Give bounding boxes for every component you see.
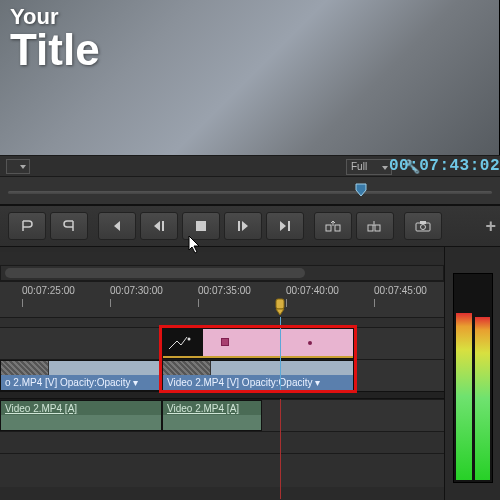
clip-label: Video 2.MP4 [A] bbox=[5, 403, 77, 414]
zoom-dropdown[interactable] bbox=[6, 159, 30, 174]
button-editor-icon[interactable]: + bbox=[485, 216, 496, 237]
video-clip[interactable]: Video 2.MP4 [V] Opacity:Opacity ▾ bbox=[162, 360, 354, 391]
svg-point-7 bbox=[421, 225, 426, 230]
go-to-in-button[interactable] bbox=[98, 212, 136, 240]
svg-rect-9 bbox=[276, 299, 284, 309]
transport-bar: + bbox=[0, 205, 500, 247]
video-clip[interactable]: o 2.MP4 [V] Opacity:Opacity ▾ bbox=[0, 360, 162, 391]
playhead-marker-icon[interactable] bbox=[273, 298, 287, 316]
svg-point-11 bbox=[188, 338, 191, 341]
mouse-cursor-icon bbox=[188, 235, 202, 255]
audio-clip[interactable]: Video 2.MP4 [A] bbox=[162, 400, 262, 431]
svg-rect-4 bbox=[368, 225, 373, 231]
monitor-scrub-bar[interactable] bbox=[0, 177, 500, 205]
program-timecode[interactable]: 00:07:43:02 bbox=[389, 157, 500, 175]
svg-rect-5 bbox=[375, 225, 380, 231]
timeline-scroll-thumb[interactable] bbox=[5, 268, 305, 278]
title-line2: Title bbox=[10, 30, 100, 70]
clip-thumbnail bbox=[163, 361, 211, 376]
program-monitor[interactable]: Your Title bbox=[0, 0, 500, 155]
scrub-playhead-icon[interactable] bbox=[355, 183, 365, 195]
mark-out-button[interactable] bbox=[50, 212, 88, 240]
keyframe-dot-icon[interactable] bbox=[308, 341, 312, 345]
timeline-scrollbar[interactable] bbox=[0, 265, 444, 281]
audio-clip[interactable]: Video 2.MP4 [A] bbox=[0, 400, 162, 431]
track-divider bbox=[0, 391, 444, 399]
video-track-v2[interactable] bbox=[0, 327, 444, 359]
video-track-v1[interactable]: o 2.MP4 [V] Opacity:Opacity ▾ Video 2.MP… bbox=[0, 359, 444, 391]
audio-track-a1[interactable]: Video 2.MP4 [A] Video 2.MP4 [A] bbox=[0, 399, 444, 431]
clip-thumbnail bbox=[1, 361, 49, 376]
clip-label: Video 2.MP4 [V] Opacity:Opacity ▾ bbox=[167, 377, 320, 388]
ruler-tick: 00:07:25:00 bbox=[22, 285, 75, 296]
extract-button[interactable] bbox=[356, 212, 394, 240]
audio-waveform bbox=[1, 415, 161, 430]
svg-marker-10 bbox=[276, 309, 284, 315]
resolution-dropdown[interactable]: Full bbox=[346, 159, 392, 175]
clip-thumbnail bbox=[163, 329, 203, 358]
audio-track-a2[interactable] bbox=[0, 431, 444, 453]
svg-marker-0 bbox=[356, 184, 366, 196]
clip-label: o 2.MP4 [V] Opacity:Opacity ▾ bbox=[5, 377, 138, 388]
audio-meters bbox=[453, 273, 493, 483]
meter-left bbox=[456, 276, 472, 480]
ruler-tick: 00:07:40:00 bbox=[286, 285, 339, 296]
audio-track-a3[interactable] bbox=[0, 453, 444, 487]
svg-rect-1 bbox=[196, 221, 206, 231]
ruler-tick: 00:07:35:00 bbox=[198, 285, 251, 296]
clip-rubberband[interactable] bbox=[163, 356, 353, 358]
svg-rect-2 bbox=[326, 225, 331, 231]
step-forward-button[interactable] bbox=[224, 212, 262, 240]
export-frame-button[interactable] bbox=[404, 212, 442, 240]
timeline-tracks: o 2.MP4 [V] Opacity:Opacity ▾ Video 2.MP… bbox=[0, 317, 444, 487]
title-preview: Your Title bbox=[10, 4, 100, 70]
svg-rect-8 bbox=[420, 221, 426, 224]
video-track-v3[interactable] bbox=[0, 317, 444, 327]
svg-rect-3 bbox=[335, 225, 340, 231]
meter-right bbox=[475, 276, 491, 480]
go-to-out-button[interactable] bbox=[266, 212, 304, 240]
clip-label: Video 2.MP4 [A] bbox=[167, 403, 239, 414]
timeline-ruler[interactable]: 00:07:25:00 00:07:30:00 00:07:35:00 00:0… bbox=[0, 281, 444, 317]
keyframe-icon[interactable] bbox=[221, 338, 229, 346]
title-clip[interactable] bbox=[162, 328, 354, 359]
ruler-tick: 00:07:30:00 bbox=[110, 285, 163, 296]
scrub-track[interactable] bbox=[8, 191, 492, 194]
lift-button[interactable] bbox=[314, 212, 352, 240]
edit-line bbox=[280, 399, 281, 499]
solo-record-bar bbox=[0, 252, 444, 264]
audio-waveform bbox=[163, 415, 261, 430]
monitor-controls-bar: Full 🔧 00:07:43:02 bbox=[0, 155, 500, 177]
mark-in-button[interactable] bbox=[8, 212, 46, 240]
step-back-button[interactable] bbox=[140, 212, 178, 240]
ruler-tick: 00:07:45:00 bbox=[374, 285, 427, 296]
playhead-line bbox=[280, 317, 281, 391]
audio-meter-panel bbox=[444, 247, 500, 500]
